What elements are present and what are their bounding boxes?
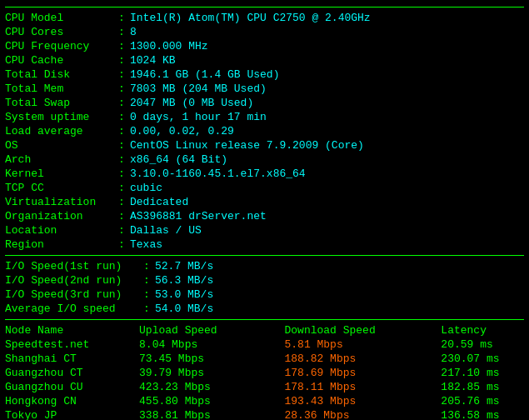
middle-divider-1 <box>5 255 524 256</box>
system-info-row: Arch : x86_64 (64 Bit) <box>5 152 524 167</box>
speed-upload: 338.81 Mbps <box>139 408 284 420</box>
field-label: CPU Model <box>5 11 113 25</box>
speedtest-table: Node Name Upload Speed Download Speed La… <box>5 323 524 420</box>
field-sep: : <box>113 53 130 68</box>
field-value: 7803 MB (204 MB Used) <box>130 82 524 96</box>
io-value: 53.0 MB/s <box>155 288 524 302</box>
speedtest-row: Guangzhou CT 39.79 Mbps 178.69 Mbps 217.… <box>5 366 524 380</box>
system-info-table: CPU Model : Intel(R) Atom(TM) CPU C2750 … <box>5 11 524 252</box>
field-label: Location <box>5 223 113 238</box>
speed-latency: 20.59 ms <box>441 338 524 352</box>
io-speed-table: I/O Speed(1st run) : 52.7 MB/s I/O Speed… <box>5 259 524 316</box>
speedtest-row: Tokyo JP 338.81 Mbps 28.36 Mbps 136.58 m… <box>5 408 524 420</box>
field-label: Total Disk <box>5 68 113 82</box>
field-sep: : <box>113 167 130 181</box>
io-sep: : <box>138 259 155 273</box>
field-sep: : <box>113 223 130 238</box>
io-label: Average I/O speed <box>5 302 138 316</box>
field-label: Total Mem <box>5 82 113 96</box>
field-label: Region <box>5 238 113 252</box>
field-sep: : <box>113 181 130 195</box>
field-label: Load average <box>5 124 113 138</box>
io-row: I/O Speed(2nd run) : 56.3 MB/s <box>5 273 524 288</box>
io-value: 54.0 MB/s <box>155 302 524 316</box>
speed-upload: 455.80 Mbps <box>139 394 284 408</box>
field-value: 1300.000 MHz <box>130 39 524 53</box>
io-sep: : <box>138 273 155 288</box>
field-sep: : <box>113 82 130 96</box>
system-info-row: CPU Cores : 8 <box>5 25 524 39</box>
system-info-row: Total Disk : 1946.1 GB (1.4 GB Used) <box>5 68 524 82</box>
field-value: Dedicated <box>130 195 524 209</box>
field-value: 1946.1 GB (1.4 GB Used) <box>130 68 524 82</box>
field-label: Virtualization <box>5 195 113 209</box>
speed-node: Speedtest.net <box>5 338 139 352</box>
io-row: I/O Speed(3rd run) : 53.0 MB/s <box>5 288 524 302</box>
speed-upload: 39.79 Mbps <box>139 366 284 380</box>
io-label: I/O Speed(3rd run) <box>5 288 138 302</box>
field-sep: : <box>113 124 130 138</box>
speed-latency: 230.07 ms <box>441 352 524 366</box>
field-label: Total Swap <box>5 96 113 110</box>
system-info-row: Virtualization : Dedicated <box>5 195 524 209</box>
field-label: CPU Frequency <box>5 39 113 53</box>
speed-latency: 205.76 ms <box>441 394 524 408</box>
field-value: Texas <box>130 238 524 252</box>
speed-node: Shanghai CT <box>5 352 139 366</box>
io-row: Average I/O speed : 54.0 MB/s <box>5 302 524 316</box>
speed-download: 188.82 Mbps <box>284 352 441 366</box>
field-value: 0 days, 1 hour 17 min <box>130 110 524 124</box>
system-info-row: CPU Model : Intel(R) Atom(TM) CPU C2750 … <box>5 11 524 25</box>
speed-latency: 217.10 ms <box>441 366 524 380</box>
field-label: Arch <box>5 152 113 167</box>
speed-node: Hongkong CN <box>5 394 139 408</box>
system-info-row: CPU Frequency : 1300.000 MHz <box>5 39 524 53</box>
field-value: AS396881 drServer.net <box>130 209 524 223</box>
system-info-row: System uptime : 0 days, 1 hour 17 min <box>5 110 524 124</box>
field-value: 8 <box>130 25 524 39</box>
field-sep: : <box>113 152 130 167</box>
col-header-upload: Upload Speed <box>139 323 284 338</box>
field-label: CPU Cores <box>5 25 113 39</box>
field-sep: : <box>113 110 130 124</box>
speed-download: 28.36 Mbps <box>284 408 441 420</box>
field-value: 0.00, 0.02, 0.29 <box>130 124 524 138</box>
field-value: 2047 MB (0 MB Used) <box>130 96 524 110</box>
field-label: Organization <box>5 209 113 223</box>
field-value: Intel(R) Atom(TM) CPU C2750 @ 2.40GHz <box>130 11 524 25</box>
field-sep: : <box>113 39 130 53</box>
speed-upload: 73.45 Mbps <box>139 352 284 366</box>
system-info-row: Load average : 0.00, 0.02, 0.29 <box>5 124 524 138</box>
speedtest-row: Speedtest.net 8.04 Mbps 5.81 Mbps 20.59 … <box>5 338 524 352</box>
system-info-row: Kernel : 3.10.0-1160.45.1.el7.x86_64 <box>5 167 524 181</box>
field-sep: : <box>113 96 130 110</box>
speed-node: Guangzhou CU <box>5 380 139 394</box>
speedtest-row: Shanghai CT 73.45 Mbps 188.82 Mbps 230.0… <box>5 352 524 366</box>
field-label: CPU Cache <box>5 53 113 68</box>
speed-node: Tokyo JP <box>5 408 139 420</box>
system-info-row: TCP CC : cubic <box>5 181 524 195</box>
field-value: cubic <box>130 181 524 195</box>
speed-download: 178.69 Mbps <box>284 366 441 380</box>
io-sep: : <box>138 288 155 302</box>
field-sep: : <box>113 209 130 223</box>
field-sep: : <box>113 138 130 152</box>
field-value: 1024 KB <box>130 53 524 68</box>
io-sep: : <box>138 302 155 316</box>
system-info-row: OS : CentOS Linux release 7.9.2009 (Core… <box>5 138 524 152</box>
field-label: Kernel <box>5 167 113 181</box>
system-info-row: Organization : AS396881 drServer.net <box>5 209 524 223</box>
io-value: 56.3 MB/s <box>155 273 524 288</box>
middle-divider-2 <box>5 319 524 320</box>
col-header-download: Download Speed <box>284 323 441 338</box>
speedtest-row: Hongkong CN 455.80 Mbps 193.43 Mbps 205.… <box>5 394 524 408</box>
speed-latency: 182.85 ms <box>441 380 524 394</box>
field-value: x86_64 (64 Bit) <box>130 152 524 167</box>
field-value: 3.10.0-1160.45.1.el7.x86_64 <box>130 167 524 181</box>
field-value: CentOS Linux release 7.9.2009 (Core) <box>130 138 524 152</box>
field-sep: : <box>113 68 130 82</box>
speed-upload: 8.04 Mbps <box>139 338 284 352</box>
top-divider <box>5 7 524 8</box>
io-row: I/O Speed(1st run) : 52.7 MB/s <box>5 259 524 273</box>
system-info-row: Total Mem : 7803 MB (204 MB Used) <box>5 82 524 96</box>
